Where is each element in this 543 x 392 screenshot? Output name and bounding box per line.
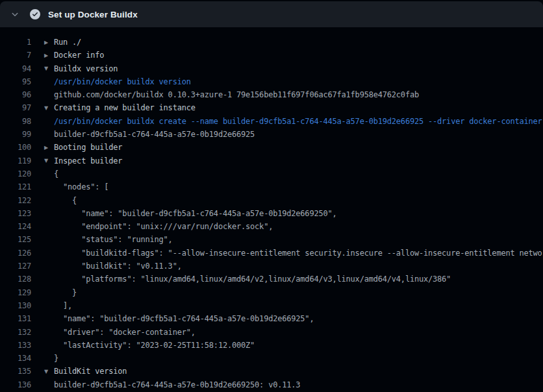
- line-number[interactable]: 97: [0, 101, 31, 114]
- log-line: 121 "nodes": [: [0, 180, 543, 193]
- line-number[interactable]: 94: [0, 62, 31, 75]
- toggle-spacer: [44, 82, 54, 82]
- line-number[interactable]: 132: [0, 326, 31, 339]
- line-number[interactable]: 129: [0, 286, 31, 299]
- line-text: Docker info: [54, 49, 104, 62]
- line-number[interactable]: 133: [0, 339, 31, 352]
- toggle-spacer: [44, 227, 54, 227]
- group-toggle-icon[interactable]: ▶: [44, 36, 54, 49]
- line-number[interactable]: 124: [0, 220, 31, 233]
- line-text: builder-d9cfb5a1-c764-445a-a57e-0b19d2e6…: [54, 378, 300, 391]
- toggle-spacer: [44, 200, 54, 201]
- log-line: 125 "status": "running",: [0, 233, 543, 246]
- log-line: 99builder-d9cfb5a1-c764-445a-a57e-0b19d2…: [0, 128, 543, 141]
- log-line: 132 "driver": "docker-container",: [0, 326, 543, 339]
- line-text: "buildkitd-flags": "--allow-insecure-ent…: [54, 247, 543, 260]
- line-text: "endpoint": "unix:///var/run/docker.sock…: [54, 220, 273, 233]
- group-toggle-icon[interactable]: ▼: [44, 365, 54, 378]
- line-number[interactable]: 1: [0, 36, 31, 49]
- line-number[interactable]: 130: [0, 299, 31, 312]
- line-number[interactable]: 127: [0, 260, 31, 273]
- line-number[interactable]: 7: [0, 49, 31, 62]
- group-toggle-icon[interactable]: ▶: [44, 49, 54, 62]
- log-line: 126 "buildkitd-flags": "--allow-insecure…: [0, 247, 543, 260]
- log-line: 130 ],: [0, 299, 543, 312]
- chevron-down-icon[interactable]: [10, 10, 19, 19]
- line-text: BuildKit version: [54, 365, 127, 378]
- group-toggle-icon[interactable]: ▼: [44, 62, 54, 75]
- toggle-spacer: [44, 345, 54, 345]
- line-number[interactable]: 128: [0, 273, 31, 286]
- toggle-spacer: [44, 292, 54, 293]
- line-text: ],: [54, 299, 72, 312]
- toggle-spacer: [44, 279, 54, 280]
- line-text: /usr/bin/docker buildx create --name bui…: [54, 115, 542, 128]
- line-text: "driver": "docker-container",: [54, 326, 196, 339]
- line-text: Booting builder: [54, 141, 122, 154]
- toggle-spacer: [44, 384, 54, 385]
- line-number[interactable]: 123: [0, 207, 31, 220]
- line-number[interactable]: 95: [0, 75, 31, 88]
- line-text: /usr/bin/docker buildx version: [54, 75, 191, 88]
- line-text: "lastActivity": "2023-02-25T11:58:12.000…: [54, 339, 255, 352]
- line-text: Inspect builder: [54, 154, 122, 167]
- line-number[interactable]: 120: [0, 167, 31, 180]
- line-number[interactable]: 134: [0, 352, 31, 365]
- line-text: "status": "running",: [54, 233, 173, 246]
- log-line: 136builder-d9cfb5a1-c764-445a-a57e-0b19d…: [0, 378, 543, 391]
- line-number[interactable]: 96: [0, 88, 31, 101]
- check-circle-icon: [30, 9, 40, 19]
- log-group-line[interactable]: 135▼BuildKit version: [0, 365, 543, 378]
- toggle-spacer: [44, 252, 54, 253]
- log-group-line[interactable]: 119▼Inspect builder: [0, 154, 543, 167]
- toggle-spacer: [44, 239, 54, 240]
- line-text: "platforms": "linux/amd64,linux/amd64/v2…: [54, 273, 451, 286]
- line-number[interactable]: 121: [0, 180, 31, 193]
- line-text: "name": "builder-d9cfb5a1-c764-445a-a57e…: [54, 207, 337, 220]
- log-line: 95/usr/bin/docker buildx version: [0, 75, 543, 88]
- log-group-line[interactable]: 97▼Creating a new builder instance: [0, 101, 543, 114]
- group-toggle-icon[interactable]: ▼: [44, 101, 54, 114]
- line-number[interactable]: 98: [0, 115, 31, 128]
- line-text: {: [54, 167, 58, 180]
- line-number[interactable]: 125: [0, 233, 31, 246]
- toggle-spacer: [44, 134, 54, 135]
- line-text: "buildkit": "v0.11.3",: [54, 260, 182, 273]
- line-number[interactable]: 122: [0, 194, 31, 207]
- log-line: 129 }: [0, 286, 543, 299]
- line-number[interactable]: 119: [0, 154, 31, 167]
- log-group-line[interactable]: 1▶Run ./: [0, 36, 543, 49]
- line-text: builder-d9cfb5a1-c764-445a-a57e-0b19d2e6…: [54, 128, 255, 141]
- group-toggle-icon[interactable]: ▶: [44, 141, 54, 154]
- log-line: 128 "platforms": "linux/amd64,linux/amd6…: [0, 273, 543, 286]
- line-number[interactable]: 100: [0, 141, 31, 154]
- log-line: 96github.com/docker/buildx 0.10.3+azure-…: [0, 88, 543, 101]
- toggle-spacer: [44, 187, 54, 188]
- log-group-line[interactable]: 100▶Booting builder: [0, 141, 543, 154]
- line-text: Creating a new builder instance: [54, 101, 196, 114]
- toggle-spacer: [44, 332, 54, 332]
- toggle-spacer: [44, 319, 54, 319]
- line-number[interactable]: 136: [0, 378, 31, 391]
- toggle-spacer: [44, 121, 54, 121]
- log-line: 127 "buildkit": "v0.11.3",: [0, 260, 543, 273]
- log-line: 133 "lastActivity": "2023-02-25T11:58:12…: [0, 339, 543, 352]
- toggle-spacer: [44, 266, 54, 267]
- line-number[interactable]: 126: [0, 247, 31, 260]
- log-group-line[interactable]: 94▼Buildx version: [0, 62, 543, 75]
- log-line: 131 "name": "builder-d9cfb5a1-c764-445a-…: [0, 312, 543, 325]
- step-header[interactable]: Set up Docker Buildx: [0, 1, 543, 27]
- line-text: Run ./: [54, 36, 81, 49]
- log-line: 120{: [0, 167, 543, 180]
- log-container: 1▶Run ./7▶Docker info94▼Buildx version95…: [0, 27, 543, 391]
- log-line: 98/usr/bin/docker buildx create --name b…: [0, 115, 543, 128]
- log-line: 122 {: [0, 194, 543, 207]
- line-number[interactable]: 135: [0, 365, 31, 378]
- line-text: Buildx version: [54, 62, 118, 75]
- line-number[interactable]: 99: [0, 128, 31, 141]
- line-text: }: [54, 352, 58, 365]
- step-title: Set up Docker Buildx: [48, 10, 138, 19]
- line-number[interactable]: 131: [0, 312, 31, 325]
- group-toggle-icon[interactable]: ▼: [44, 154, 54, 167]
- log-group-line[interactable]: 7▶Docker info: [0, 49, 543, 62]
